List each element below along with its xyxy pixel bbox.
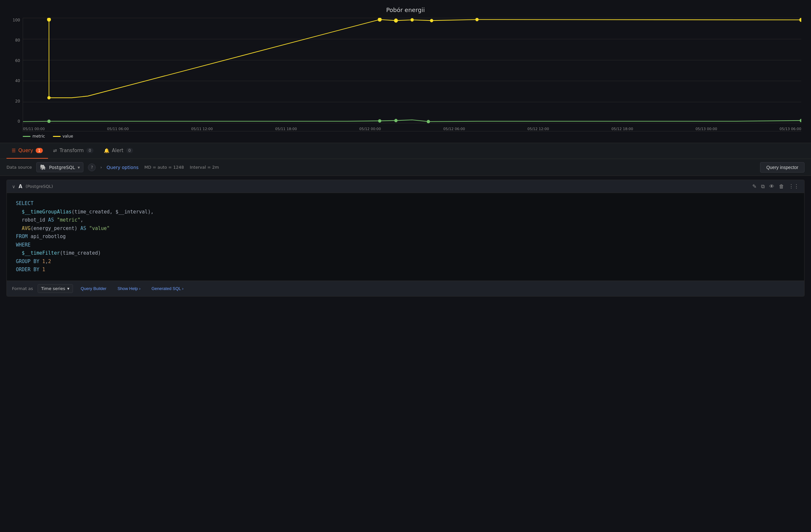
yaxis-label: 100 [10, 18, 20, 22]
svg-point-5 [47, 18, 51, 22]
svg-point-10 [430, 19, 433, 22]
query-tabs: ☰ Query 1 ⇄ Transform 0 🔔 Alert 0 [0, 143, 811, 159]
chart-svg [23, 18, 801, 123]
svg-point-2 [395, 119, 398, 122]
svg-point-12 [799, 18, 801, 22]
datasource-bar: Data source 🐘 PostgreSQL ▾ ? › Query opt… [0, 159, 811, 176]
show-help-button[interactable]: Show Help › [114, 285, 144, 293]
sql-line-4: AVG(energy_percent) AS "value" [16, 225, 795, 233]
info-icon: ? [91, 165, 93, 170]
sql-line-9: ORDER BY 1 [16, 266, 795, 274]
legend-item: value [53, 134, 73, 138]
chart-legend: metricvalue [23, 134, 801, 138]
xaxis-label: 05/11 00:00 [23, 127, 45, 131]
datasource-expand-button[interactable]: › [100, 165, 102, 170]
svg-point-1 [378, 119, 382, 122]
sql-line-3: robot_id AS "metric", [16, 216, 795, 225]
sql-line-7: $__timeFilter(time_created) [16, 249, 795, 258]
svg-point-0 [47, 119, 51, 123]
yaxis-label: 60 [10, 58, 20, 63]
datasource-chevron-icon: ▾ [78, 165, 80, 170]
xaxis-label: 05/12 00:00 [359, 127, 381, 131]
tab-query-badge: 1 [36, 148, 43, 153]
more-options-button[interactable]: ⋮⋮ [789, 183, 799, 189]
chart-container: Pobór energii 100806040200 [0, 0, 811, 143]
toggle-visibility-button[interactable]: 👁 [769, 184, 774, 189]
svg-point-8 [394, 18, 398, 23]
svg-point-9 [411, 18, 414, 21]
edit-query-button[interactable]: ✎ [752, 183, 756, 189]
datasource-icon: 🐘 [40, 164, 46, 170]
sql-line-5: FROM api_robotlog [16, 232, 795, 241]
legend-color [53, 136, 61, 137]
delete-query-button[interactable]: 🗑 [779, 184, 784, 189]
xaxis-label: 05/13 00:00 [695, 127, 717, 131]
query-collapse-button[interactable]: ∨ [12, 184, 15, 189]
xaxis-label: 05/12 12:00 [527, 127, 549, 131]
format-as-value: Time series [41, 286, 65, 291]
xaxis-label: 05/13 06:00 [780, 127, 801, 131]
legend-color [23, 136, 30, 137]
query-block-header: ∨ A (PostgreSQL) ✎ ⧉ 👁 🗑 ⋮⋮ [7, 180, 804, 193]
query-interval-meta: Interval = 2m [190, 165, 219, 170]
sql-line-2: $__timeGroupAlias(time_created, $__inter… [16, 208, 795, 216]
sql-line-8: GROUP BY 1,2 [16, 258, 795, 266]
svg-point-3 [427, 120, 430, 123]
datasource-info-button[interactable]: ? [88, 164, 96, 171]
tab-alert-badge: 0 [126, 148, 133, 153]
query-options-link[interactable]: Query options [107, 165, 139, 170]
tab-query-label: Query [18, 148, 33, 153]
query-md-meta: MD = auto = 1248 [144, 165, 184, 170]
chart-yaxis: 100806040200 [10, 18, 23, 131]
xaxis-label: 05/11 18:00 [275, 127, 297, 131]
chart-area: 05/11 00:0005/11 06:0005/11 12:0005/11 1… [23, 18, 801, 131]
chart-title: Pobór energii [10, 6, 801, 13]
datasource-selector[interactable]: 🐘 PostgreSQL ▾ [36, 162, 83, 172]
legend-label: metric [32, 134, 45, 138]
format-chevron-icon: ▾ [67, 286, 70, 291]
yaxis-label: 20 [10, 99, 20, 104]
svg-point-4 [800, 119, 801, 122]
xaxis-label: 05/11 12:00 [191, 127, 213, 131]
query-builder-button[interactable]: Query Builder [78, 285, 110, 293]
xaxis-label: 05/12 06:00 [443, 127, 465, 131]
tab-alert-label: Alert [112, 148, 124, 153]
query-tab-icon: ☰ [12, 148, 16, 153]
yaxis-label: 40 [10, 78, 20, 83]
chart-xaxis: 05/11 00:0005/11 06:0005/11 12:0005/11 1… [23, 123, 801, 131]
tab-alert[interactable]: 🔔 Alert 0 [98, 143, 138, 158]
generated-sql-button[interactable]: Generated SQL › [148, 285, 187, 293]
sql-line-1: SELECT [16, 199, 795, 208]
query-header-actions: ✎ ⧉ 👁 🗑 ⋮⋮ [752, 183, 799, 189]
duplicate-query-button[interactable]: ⧉ [761, 184, 765, 189]
svg-point-11 [475, 18, 478, 21]
query-block: ∨ A (PostgreSQL) ✎ ⧉ 👁 🗑 ⋮⋮ SELECT $__ti… [6, 180, 805, 297]
tab-transform[interactable]: ⇄ Transform 0 [48, 143, 98, 158]
format-as-select[interactable]: Time series ▾ [37, 284, 73, 293]
yaxis-label: 0 [10, 119, 20, 124]
chevron-right-icon: › [100, 165, 102, 170]
datasource-name: PostgreSQL [49, 165, 75, 170]
sql-editor[interactable]: SELECT $__timeGroupAlias(time_created, $… [7, 193, 804, 280]
tab-transform-label: Transform [60, 148, 84, 153]
chart-inner: 100806040200 [10, 18, 801, 131]
format-as-label: Format as [12, 286, 33, 291]
query-letter: A [18, 184, 22, 189]
xaxis-label: 05/12 18:00 [612, 127, 633, 131]
query-inspector-button[interactable]: Query inspector [760, 162, 805, 172]
datasource-label: Data source [6, 165, 32, 170]
tab-query[interactable]: ☰ Query 1 [6, 143, 48, 158]
svg-point-7 [378, 18, 382, 22]
yaxis-label: 80 [10, 38, 20, 43]
svg-point-6 [47, 96, 51, 99]
tab-transform-badge: 0 [86, 148, 93, 153]
query-source: (PostgreSQL) [26, 184, 53, 189]
legend-item: metric [23, 134, 45, 138]
sql-line-6: WHERE [16, 241, 795, 249]
query-footer: Format as Time series ▾ Query Builder Sh… [7, 280, 804, 296]
transform-tab-icon: ⇄ [53, 148, 57, 153]
xaxis-label: 05/11 06:00 [107, 127, 129, 131]
alert-tab-icon: 🔔 [104, 148, 109, 153]
legend-label: value [63, 134, 73, 138]
